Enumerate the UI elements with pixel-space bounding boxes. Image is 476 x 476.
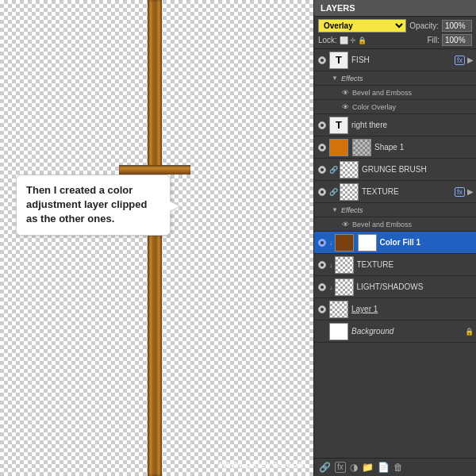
layer-mask-thumbnail [352, 139, 371, 156]
eye-icon[interactable] [317, 259, 328, 271]
layer-menu-icon[interactable]: ▶ [467, 56, 474, 64]
layers-panel: LAYERS Overlay Normal Multiply Screen Op… [313, 0, 476, 476]
clip-icon: ↓ [329, 283, 333, 291]
speech-bubble: Then I created a color adjustment layer … [16, 175, 171, 236]
fill-label: Fill: [427, 36, 440, 44]
eye-icon[interactable] [317, 304, 328, 315]
effects-label: Effects [341, 75, 363, 83]
layer-thumbnail [335, 234, 354, 251]
layer-thumbnail: T [329, 52, 348, 69]
effects-group: ▼ Effects [314, 203, 476, 217]
layer-item[interactable]: T right there [314, 114, 476, 136]
blend-mode-select[interactable]: Overlay Normal Multiply Screen [318, 19, 406, 33]
layer-thumbnail [335, 256, 354, 274]
layer-name: Layer 1 [351, 305, 474, 313]
fx-badge: fx [455, 56, 465, 65]
panel-title-bar: LAYERS [314, 0, 476, 17]
chevron-icon: ▼ [332, 75, 338, 82]
watermark: www.pxleyes.com [220, 459, 307, 470]
panel-bottom: 🔗 fx ◑ 📁 📄 🗑 [314, 458, 476, 476]
lock-all-icon[interactable]: 🔒 [358, 36, 367, 44]
chevron-icon: ▼ [332, 206, 338, 213]
opacity-input[interactable] [442, 20, 472, 32]
layer-thumbnail [340, 161, 359, 178]
eye-icon[interactable] [317, 282, 328, 293]
effects-label: Effects [341, 206, 363, 214]
effect-bevel-emboss: 👁 Bevel and Emboss [314, 86, 476, 100]
layer-name: TEXTURE [357, 260, 474, 269]
layer-mask-thumbnail [358, 234, 377, 251]
layer-thumbnail [335, 278, 354, 296]
layer-name: right there [351, 121, 474, 129]
effect-name: Bevel and Emboss [352, 89, 412, 97]
layer-name: TEXTURE [362, 187, 453, 196]
effect-bevel-emboss2: 👁 Bevel and Emboss [314, 217, 476, 232]
layer-name: LIGHT/SHADOWS [357, 282, 474, 291]
eye-icon[interactable] [317, 164, 328, 175]
layer-item[interactable]: ↓ TEXTURE [314, 254, 476, 276]
layer-item[interactable]: ↓ LIGHT/SHADOWS [314, 276, 476, 298]
effects-group: ▼ Effects [314, 71, 476, 86]
lock-icon: 🔒 [465, 328, 474, 336]
clip-icon: ↓ [329, 239, 333, 247]
blend-opacity-row: Overlay Normal Multiply Screen Opacity: [318, 19, 472, 33]
layer-thumbnail [329, 139, 348, 156]
effect-eye-icon[interactable]: 👁 [342, 103, 349, 111]
bottom-icons: 🔗 fx ◑ 📁 📄 🗑 [319, 462, 403, 473]
layer-item-background[interactable]: Background 🔒 [314, 321, 476, 343]
link-icon[interactable]: 🔗 [319, 462, 331, 473]
fx-badge: fx [455, 187, 465, 197]
speech-bubble-text: Then I created a color adjustment layer … [26, 184, 147, 225]
lock-label: Lock: [318, 36, 337, 44]
effect-eye-icon[interactable]: 👁 [342, 89, 349, 97]
layer-item-active[interactable]: ↓ Color Fill 1 [314, 232, 476, 254]
fill-input[interactable] [442, 34, 472, 46]
clip-icon: ↓ [329, 261, 333, 269]
layer-item[interactable]: Shape 1 [314, 136, 476, 159]
lock-row: Lock: ⬜ ✛ 🔒 Fill: [318, 34, 472, 46]
canvas-area: Then I created a color adjustment layer … [0, 0, 313, 476]
layer-thumbnail [340, 183, 359, 201]
layer-name: Color Fill 1 [380, 238, 474, 247]
eye-icon[interactable] [317, 55, 328, 66]
layer-name: FISH [351, 56, 453, 64]
trash-icon[interactable]: 🗑 [393, 462, 403, 473]
chain-icon: 🔗 [329, 188, 338, 196]
fx-icon[interactable]: fx [335, 462, 346, 473]
effect-color-overlay: 👁 Color Overlay [314, 100, 476, 114]
eye-icon[interactable] [317, 326, 328, 337]
new-layer-icon[interactable]: 📄 [378, 462, 390, 473]
eye-icon[interactable] [317, 237, 328, 248]
lock-icon-group: ⬜ ✛ 🔒 [340, 36, 367, 44]
eye-icon[interactable] [317, 142, 328, 153]
layer-thumbnail: T [329, 117, 348, 134]
layer-item[interactable]: 🔗 GRUNGE BRUSH [314, 159, 476, 181]
eye-icon[interactable] [317, 120, 328, 131]
pole-horizontal [119, 165, 190, 175]
layer-name: Background [351, 327, 463, 336]
layer-item[interactable]: 🔗 TEXTURE fx ▶ [314, 181, 476, 203]
pole-vertical [148, 0, 162, 476]
layer-thumbnail [329, 301, 348, 318]
panel-controls: Overlay Normal Multiply Screen Opacity: … [314, 17, 476, 49]
effect-name: Bevel and Emboss [352, 221, 412, 228]
folder-icon[interactable]: 📁 [362, 462, 374, 473]
layer-name: GRUNGE BRUSH [362, 165, 474, 174]
layer-item[interactable]: Layer 1 [314, 298, 476, 321]
layer-menu-icon[interactable]: ▶ [467, 187, 474, 196]
effect-eye-icon[interactable]: 👁 [342, 221, 349, 228]
layer-name: Shape 1 [374, 143, 474, 152]
effect-name: Color Overlay [352, 103, 396, 111]
layer-thumbnail [329, 323, 348, 340]
lock-dots-icon[interactable]: ⬜ [340, 36, 348, 44]
lock-move-icon[interactable]: ✛ [350, 36, 356, 44]
opacity-label: Opacity: [409, 21, 439, 30]
adjustment-icon[interactable]: ◑ [350, 462, 358, 473]
eye-icon[interactable] [317, 186, 328, 198]
chain-icon: 🔗 [329, 166, 338, 174]
panel-title: LAYERS [321, 3, 355, 13]
layer-item[interactable]: T FISH fx ▶ [314, 49, 476, 71]
layers-list[interactable]: T FISH fx ▶ ▼ Effects 👁 Bevel and Emboss… [314, 49, 476, 458]
